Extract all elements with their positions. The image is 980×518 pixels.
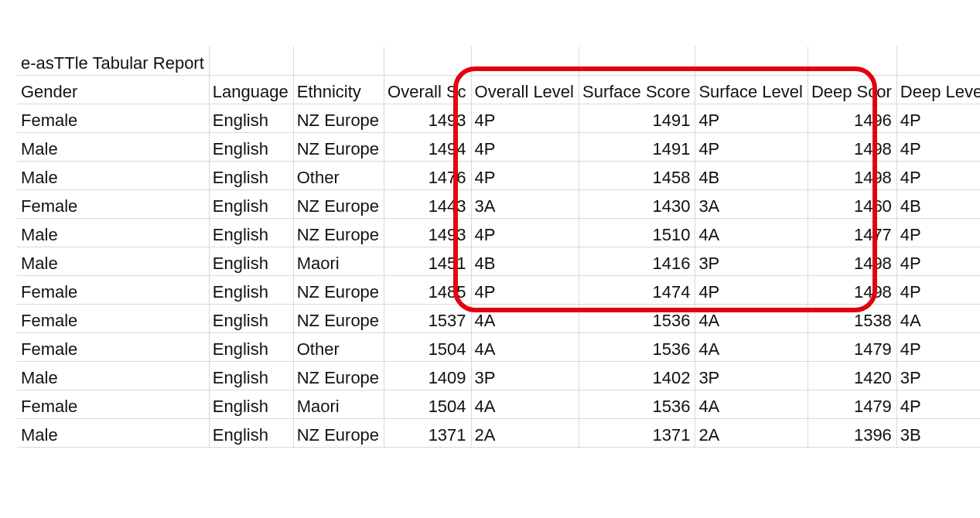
cell-overall-level[interactable]: 4A	[471, 305, 579, 333]
cell-gender[interactable]: Female	[18, 305, 210, 333]
cell-overall-score[interactable]: 1485	[384, 276, 471, 305]
cell-overall-level[interactable]: 4A	[471, 390, 579, 419]
table-row[interactable]: FemaleEnglishNZ Europe14854P14744P14984P	[18, 276, 981, 305]
cell-surface-level[interactable]: 3P	[695, 362, 808, 390]
cell-ethnicity[interactable]: Maori	[293, 390, 384, 419]
cell-language[interactable]: English	[209, 362, 293, 390]
cell-deep-score[interactable]: 1538	[808, 305, 896, 333]
table-row[interactable]: MaleEnglishNZ Europe14944P14914P14984P	[18, 133, 981, 162]
cell-surface-level[interactable]: 3A	[695, 190, 808, 219]
cell-deep-score[interactable]: 1498	[808, 247, 896, 276]
cell-gender[interactable]: Female	[18, 390, 210, 419]
table-row[interactable]: MaleEnglishNZ Europe14093P14023P14203P	[18, 362, 981, 390]
cell-surface-score[interactable]: 1491	[579, 133, 695, 162]
cell-language[interactable]: English	[209, 219, 293, 247]
cell-overall-level[interactable]: 4P	[471, 162, 579, 190]
cell-deep-level[interactable]: 4P	[896, 390, 980, 419]
cell-ethnicity[interactable]: Other	[293, 162, 384, 190]
cell-overall-score[interactable]: 1476	[384, 162, 471, 190]
cell-gender[interactable]: Female	[18, 333, 210, 362]
cell-deep-score[interactable]: 1396	[808, 419, 896, 448]
cell-language[interactable]: English	[209, 390, 293, 419]
cell-overall-level[interactable]: 2A	[471, 419, 579, 448]
cell-surface-level[interactable]: 4A	[695, 333, 808, 362]
cell-ethnicity[interactable]: NZ Europe	[293, 190, 384, 219]
cell-language[interactable]: English	[209, 104, 293, 133]
cell-deep-score[interactable]: 1479	[808, 390, 896, 419]
cell-deep-level[interactable]: 4P	[896, 247, 980, 276]
cell-surface-level[interactable]: 4A	[695, 305, 808, 333]
cell-ethnicity[interactable]: NZ Europe	[293, 133, 384, 162]
cell-surface-score[interactable]: 1536	[579, 333, 695, 362]
col-language[interactable]: Language	[209, 76, 293, 104]
cell-overall-level[interactable]: 4P	[471, 133, 579, 162]
cell-surface-level[interactable]: 4A	[695, 219, 808, 247]
cell-language[interactable]: English	[209, 247, 293, 276]
cell-ethnicity[interactable]: NZ Europe	[293, 104, 384, 133]
table-row[interactable]: FemaleEnglishNZ Europe14934P14914P14964P	[18, 104, 981, 133]
cell-language[interactable]: English	[209, 333, 293, 362]
table-row[interactable]: MaleEnglishNZ Europe14934P15104A14774P	[18, 219, 981, 247]
cell-overall-score[interactable]: 1409	[384, 362, 471, 390]
cell-ethnicity[interactable]: NZ Europe	[293, 276, 384, 305]
cell-overall-level[interactable]: 4P	[471, 219, 579, 247]
cell-overall-score[interactable]: 1493	[384, 104, 471, 133]
table-row[interactable]: FemaleEnglishNZ Europe15374A15364A15384A	[18, 305, 981, 333]
cell-gender[interactable]: Male	[18, 419, 210, 448]
cell-overall-level[interactable]: 3P	[471, 362, 579, 390]
col-overall-level[interactable]: Overall Level	[471, 76, 579, 104]
cell-ethnicity[interactable]: Other	[293, 333, 384, 362]
cell-overall-score[interactable]: 1493	[384, 219, 471, 247]
cell-gender[interactable]: Female	[18, 190, 210, 219]
cell-surface-level[interactable]: 4B	[695, 162, 808, 190]
cell-deep-level[interactable]: 3P	[896, 362, 980, 390]
cell-deep-level[interactable]: 4P	[896, 333, 980, 362]
cell-surface-level[interactable]: 4P	[695, 276, 808, 305]
cell-ethnicity[interactable]: NZ Europe	[293, 305, 384, 333]
cell-language[interactable]: English	[209, 133, 293, 162]
col-deep-level[interactable]: Deep Level	[896, 76, 980, 104]
cell-language[interactable]: English	[209, 419, 293, 448]
cell-language[interactable]: English	[209, 305, 293, 333]
cell-language[interactable]: English	[209, 162, 293, 190]
cell-deep-level[interactable]: 4P	[896, 162, 980, 190]
cell-deep-score[interactable]: 1477	[808, 219, 896, 247]
cell-deep-score[interactable]: 1479	[808, 333, 896, 362]
cell-overall-level[interactable]: 4P	[471, 276, 579, 305]
cell-gender[interactable]: Female	[18, 276, 210, 305]
col-gender[interactable]: Gender	[18, 76, 210, 104]
cell-overall-score[interactable]: 1504	[384, 333, 471, 362]
cell-deep-level[interactable]: 3B	[896, 419, 980, 448]
cell-overall-score[interactable]: 1504	[384, 390, 471, 419]
cell-deep-score[interactable]: 1498	[808, 162, 896, 190]
cell-overall-score[interactable]: 1443	[384, 190, 471, 219]
col-deep-score[interactable]: Deep Scor	[808, 76, 896, 104]
cell-gender[interactable]: Female	[18, 104, 210, 133]
cell-gender[interactable]: Male	[18, 162, 210, 190]
cell-overall-score[interactable]: 1451	[384, 247, 471, 276]
cell-surface-score[interactable]: 1430	[579, 190, 695, 219]
cell-deep-score[interactable]: 1420	[808, 362, 896, 390]
table-row[interactable]: MaleEnglishOther14764P14584B14984P	[18, 162, 981, 190]
cell-overall-score[interactable]: 1537	[384, 305, 471, 333]
cell-deep-level[interactable]: 4P	[896, 219, 980, 247]
cell-language[interactable]: English	[209, 276, 293, 305]
cell-surface-level[interactable]: 4P	[695, 104, 808, 133]
cell-overall-level[interactable]: 4B	[471, 247, 579, 276]
cell-deep-level[interactable]: 4P	[896, 104, 980, 133]
cell-surface-score[interactable]: 1536	[579, 305, 695, 333]
cell-surface-score[interactable]: 1402	[579, 362, 695, 390]
cell-deep-level[interactable]: 4B	[896, 190, 980, 219]
cell-deep-level[interactable]: 4A	[896, 305, 980, 333]
cell-deep-score[interactable]: 1498	[808, 276, 896, 305]
cell-gender[interactable]: Male	[18, 362, 210, 390]
table-row[interactable]: FemaleEnglishOther15044A15364A14794P	[18, 333, 981, 362]
cell-overall-level[interactable]: 4A	[471, 333, 579, 362]
col-surface-score[interactable]: Surface Score	[579, 76, 695, 104]
cell-ethnicity[interactable]: NZ Europe	[293, 219, 384, 247]
cell-gender[interactable]: Male	[18, 219, 210, 247]
cell-surface-level[interactable]: 3P	[695, 247, 808, 276]
cell-surface-level[interactable]: 2A	[695, 419, 808, 448]
cell-ethnicity[interactable]: Maori	[293, 247, 384, 276]
cell-gender[interactable]: Male	[18, 247, 210, 276]
